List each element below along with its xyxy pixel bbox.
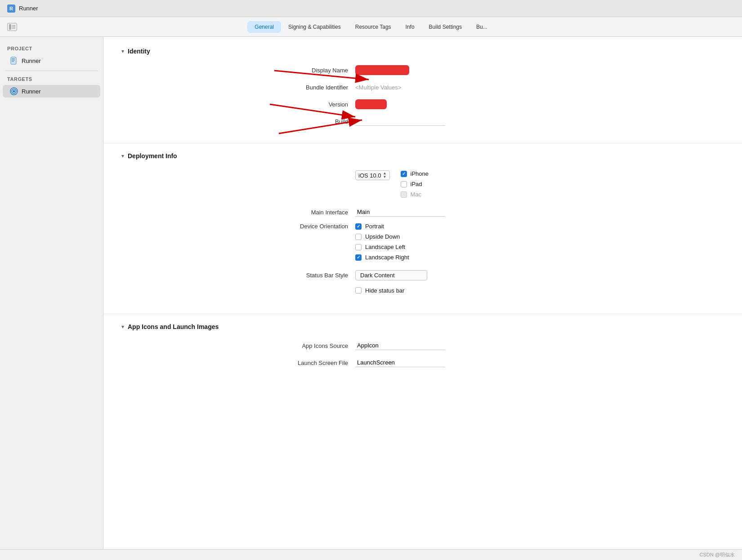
mac-checkbox-row: Mac (401, 191, 429, 198)
upside-down-checkbox[interactable] (355, 234, 362, 240)
deployment-section-header: ▾ Deployment Info (121, 151, 724, 160)
identity-section: ▾ Identity Display Name Bundle Identifie… (103, 37, 742, 143)
app-icons-source-label: App Icons Source (121, 342, 355, 349)
svg-text:R: R (9, 6, 13, 11)
main-layout: PROJECT Runner TARGETS (0, 37, 742, 560)
identity-section-title: Identity (128, 48, 150, 55)
tabbar: General Signing & Capabilities Resource … (0, 17, 742, 37)
tab-build[interactable]: Bu... (469, 21, 495, 33)
version-label: Version (121, 101, 355, 108)
identity-section-header: ▾ Identity (121, 46, 724, 55)
portrait-checkbox[interactable] (355, 223, 362, 230)
launch-screen-file-label: Launch Screen File (121, 360, 355, 366)
svg-rect-2 (9, 24, 11, 30)
target-runner-label: Runner (22, 88, 41, 95)
ipad-checkbox[interactable] (401, 181, 407, 187)
sidebar-item-runner-project[interactable]: Runner (3, 54, 100, 67)
ios-version-text: iOS 10.0 (358, 172, 381, 179)
bundle-identifier-row: Bundle Identifier <Multiple Values> (121, 81, 724, 93)
bundle-identifier-value: <Multiple Values> (355, 84, 724, 91)
project-section-label: PROJECT (0, 44, 103, 54)
sidebar-item-runner-target[interactable]: Runner (3, 85, 100, 98)
display-name-row: Display Name (121, 64, 724, 76)
svg-rect-4 (12, 27, 15, 27)
device-orientation-row: Device Orientation Portrait Upside Down (121, 223, 724, 264)
mac-checkbox (401, 191, 407, 198)
hide-status-bar-label: Hide status bar (365, 287, 404, 294)
ios-version-selector[interactable]: iOS 10.0 ▲ ▼ (355, 170, 390, 180)
ios-version-arrows: ▲ ▼ (383, 172, 387, 179)
build-value: 1 (355, 117, 724, 126)
app-icons-section: ▾ App Icons and Launch Images App Icons … (103, 314, 742, 384)
hide-status-bar-checkbox[interactable] (355, 287, 362, 293)
tab-info[interactable]: Info (398, 21, 422, 33)
project-runner-label: Runner (22, 58, 41, 64)
bundle-identifier-label: Bundle Identifier (121, 84, 355, 91)
iphone-checkbox[interactable] (401, 171, 407, 177)
svg-rect-6 (11, 57, 16, 64)
titlebar-title: Runner (19, 5, 38, 12)
tab-general[interactable]: General (247, 21, 281, 33)
app-icon: R (7, 4, 15, 13)
bundle-identifier-multiple: <Multiple Values> (355, 84, 401, 91)
main-interface-label: Main Interface (121, 209, 355, 216)
app-icons-collapse-icon[interactable]: ▾ (121, 324, 124, 330)
landscape-right-checkbox-row: Landscape Right (355, 254, 724, 261)
app-icons-section-title: App Icons and Launch Images (128, 323, 219, 330)
tab-signing[interactable]: Signing & Capabilities (281, 21, 348, 33)
deployment-section-title: Deployment Info (128, 152, 177, 160)
tab-resource-tags[interactable]: Resource Tags (348, 21, 398, 33)
main-interface-row: Main Interface (121, 206, 724, 218)
device-orientation-label: Device Orientation (121, 223, 355, 230)
content-area: ▾ Identity Display Name Bundle Identifie… (103, 37, 742, 560)
ipad-label: iPad (411, 181, 422, 187)
launch-screen-file-row: Launch Screen File (121, 356, 724, 369)
svg-point-12 (13, 90, 15, 93)
titlebar: R Runner (0, 0, 742, 17)
iphone-checkbox-row: iPhone (401, 170, 429, 177)
sidebar-divider (5, 71, 98, 71)
status-bar-style-dropdown[interactable]: Dark Content (355, 270, 427, 280)
portrait-label: Portrait (365, 223, 384, 230)
app-icons-source-row: App Icons Source (121, 339, 724, 352)
launch-screen-file-input[interactable] (355, 358, 445, 367)
svg-rect-7 (12, 58, 15, 59)
app-icons-source-input[interactable] (355, 341, 445, 350)
status-bar-style-text: Dark Content (360, 272, 395, 279)
ios-version-row: iOS 10.0 ▲ ▼ iPhone (121, 169, 724, 201)
version-redacted (355, 99, 387, 109)
status-bar-style-row: Status Bar Style Dark Content (121, 269, 724, 281)
identity-collapse-icon[interactable]: ▾ (121, 48, 124, 54)
deployment-section: ▾ Deployment Info iOS 10.0 ▲ ▼ (103, 143, 742, 314)
tab-build-settings[interactable]: Build Settings (422, 21, 469, 33)
landscape-right-label: Landscape Right (365, 254, 409, 261)
svg-rect-5 (12, 28, 15, 29)
device-checkboxes: iPhone iPad Mac (401, 170, 429, 201)
build-row: Build 1 (121, 115, 724, 128)
build-input[interactable]: 1 (355, 117, 445, 126)
hide-status-bar-row: Hide status bar (121, 286, 724, 298)
svg-rect-3 (12, 25, 15, 26)
display-name-label: Display Name (121, 67, 355, 74)
sidebar-toggle-button[interactable] (7, 23, 17, 31)
display-name-redacted (355, 65, 409, 75)
version-value (355, 99, 724, 109)
svg-rect-8 (12, 60, 15, 61)
main-interface-input[interactable] (355, 208, 445, 217)
orientation-checkboxes: Portrait Upside Down Landscape Left (355, 223, 724, 264)
status-bar-style-value: Dark Content (355, 270, 724, 280)
landscape-right-checkbox[interactable] (355, 254, 362, 261)
build-label: Build (121, 118, 355, 125)
version-row: Version (121, 98, 724, 111)
portrait-checkbox-row: Portrait (355, 223, 724, 230)
app-icons-section-header: ▾ App Icons and Launch Images (121, 321, 724, 330)
ipad-checkbox-row: iPad (401, 181, 429, 187)
status-bar-style-label: Status Bar Style (121, 272, 355, 279)
landscape-left-checkbox-row: Landscape Left (355, 244, 724, 250)
sidebar: PROJECT Runner TARGETS (0, 37, 103, 560)
landscape-left-checkbox[interactable] (355, 244, 362, 250)
main-interface-value (355, 208, 724, 217)
deployment-collapse-icon[interactable]: ▾ (121, 153, 124, 159)
hide-status-bar-checkbox-row: Hide status bar (355, 287, 724, 294)
device-orientation-options: Portrait Upside Down Landscape Left (355, 223, 724, 264)
